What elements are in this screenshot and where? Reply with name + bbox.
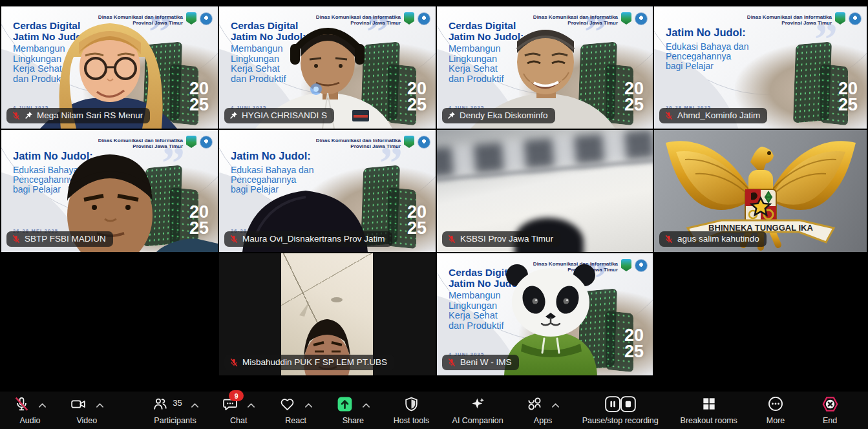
muted-mic-icon [664, 111, 673, 120]
pin-icon [447, 111, 456, 120]
participant-name-label: Beni W - IMS [442, 355, 519, 370]
chevron-up-icon[interactable] [551, 403, 560, 408]
muted-mic-icon [229, 235, 238, 244]
toolbar-button-label: Participants [154, 416, 196, 425]
muted-mic-icon [664, 235, 673, 244]
participant-name: SBTP FSBI MADIUN [25, 234, 106, 244]
toolbar-button-host-tools[interactable]: Host tools [390, 394, 432, 426]
toolbar-button-label: More [767, 416, 785, 425]
poster-subtitle: Edukasi Bahaya danPencegahannyabagi Pela… [666, 42, 748, 71]
toolbar-button-video[interactable]: Video [67, 394, 107, 426]
zoom-meeting-window: ”Cerdas DigitalJatim No Judol:MembangunL… [0, 0, 868, 429]
shield-icon [403, 396, 419, 415]
pin-icon [25, 111, 33, 120]
toolbar-icon-row [604, 395, 637, 415]
toolbar-button-label: End [823, 416, 837, 425]
participant-name: Mega Nilam Sari RS Menur [37, 110, 143, 120]
chevron-up-icon[interactable] [362, 403, 370, 408]
toolbar-button-label: Chat [230, 416, 247, 425]
toolbar-icon-row [469, 395, 487, 415]
participants-count: 35 [173, 398, 182, 408]
toolbar-icon-row [14, 395, 47, 415]
toolbar-button-end[interactable]: End [811, 394, 849, 426]
people-icon [151, 396, 168, 415]
toolbar-icon-row [701, 395, 717, 415]
poster-header-text: Dinas Komunikasi dan InformatikaProvinsi… [747, 12, 832, 26]
heart-icon [279, 396, 296, 415]
toolbar-button-breakout[interactable]: Breakout rooms [677, 394, 740, 426]
toolbar-icon-row [70, 395, 104, 415]
pause-stop-icon [604, 395, 637, 415]
video-tile[interactable]: KSBSI Prov Jawa Timur [437, 130, 653, 252]
video-tile[interactable]: Misbahuddin PUK F SP LEM PT.UBS [219, 253, 436, 375]
toolbar-button-recording[interactable]: Pause/stop recording [580, 394, 661, 426]
toolbar-button-chat[interactable]: 9Chat [218, 394, 259, 426]
participant-name: agus salim kahutindo [677, 234, 759, 244]
chevron-up-icon[interactable] [96, 403, 104, 408]
toolbar-button-ai-companion[interactable]: AI Companion [449, 394, 506, 426]
video-tile[interactable]: ”Cerdas DigitalJatim No Judol:MembangunL… [437, 6, 653, 129]
end-call-icon [821, 395, 840, 415]
toolbar-button-label: Audio [19, 416, 40, 425]
poster-year: 2025 [838, 81, 858, 113]
poster-subtitle-line: bagi Pelajar [666, 61, 748, 71]
mic-muted-icon [14, 396, 30, 415]
toolbar-icon-row [526, 395, 560, 415]
participant-name-label: Maura Ovi_Disnakertrans Prov Jatim [224, 231, 392, 247]
toolbar-icon-row [279, 395, 313, 415]
toolbar-button-react[interactable]: React [275, 394, 316, 426]
toolbar-button-share[interactable]: Share [333, 394, 374, 426]
chevron-up-icon[interactable] [191, 403, 199, 408]
meeting-toolbar: AudioVideo35Participants9ChatReactShareH… [0, 392, 868, 429]
chevron-up-icon[interactable] [304, 403, 313, 408]
participant-name: Maura Ovi_Disnakertrans Prov Jatim [242, 234, 385, 244]
muted-mic-icon [12, 111, 21, 120]
toolbar-button-audio[interactable]: Audio [10, 394, 50, 426]
participant-name-label: SBTP FSBI MADIUN [6, 231, 113, 247]
participant-name-label: agus salim kahutindo [659, 231, 767, 247]
poster-header: Dinas Komunikasi dan InformatikaProvinsi… [747, 12, 862, 26]
participant-name: Ahmd_Kominfo Jatim [677, 110, 760, 120]
video-tile[interactable]: ”Cerdas DigitalJatim No Judol:MembangunL… [1, 6, 218, 129]
poster-subtitle-line: Pencegahannya [666, 52, 748, 61]
participant-name-label: Misbahuddin PUK F SP LEM PT.UBS [224, 355, 394, 370]
video-tile[interactable]: ”Cerdas DigitalJatim No Judol:MembangunL… [219, 6, 436, 129]
participant-name-label: Mega Nilam Sari RS Menur [6, 108, 150, 123]
east-java-crest-logo [835, 12, 845, 25]
poster-title-line: Jatim No Judol: [666, 27, 746, 39]
muted-mic-icon [447, 358, 456, 367]
poster-subtitle-line: Edukasi Bahaya dan [666, 42, 748, 52]
toolbar-button-label: React [285, 416, 306, 425]
grid-icon [701, 395, 717, 415]
toolbar-icon-row [767, 395, 784, 415]
chevron-up-icon[interactable] [38, 403, 47, 408]
quote-mark-graphic: ” [814, 26, 835, 54]
toolbar-button-label: Pause/stop recording [582, 416, 659, 425]
video-tile[interactable]: ”Jatim No Judol:Edukasi Bahaya danPenceg… [654, 6, 867, 129]
participant-name-label: HYGIA CHRISANDI S [224, 108, 334, 123]
poster-header-line: Dinas Komunikasi dan Informatika [747, 14, 832, 20]
participant-name-label: KSBSI Prov Jawa Timur [442, 231, 560, 247]
chat-unread-badge: 9 [229, 390, 244, 401]
video-tile[interactable]: ”Cerdas DigitalJatim No Judol:MembangunL… [437, 253, 653, 375]
video-tile[interactable]: ”Jatim No Judol:Edukasi Bahaya danPenceg… [1, 130, 218, 252]
muted-mic-icon [447, 235, 456, 244]
toolbar-button-more[interactable]: More [757, 394, 794, 426]
share-screen-icon [336, 395, 354, 415]
toolbar-button-label: Video [76, 416, 97, 425]
participant-name: Dendy Eka Diskominfo [460, 110, 548, 120]
toolbar-button-label: Host tools [394, 416, 430, 425]
participant-name: Beni W - IMS [460, 357, 512, 367]
kominfo-jatim-logo [849, 12, 862, 25]
pin-icon [229, 111, 238, 120]
camera-icon [70, 396, 87, 415]
toolbar-button-label: Apps [534, 416, 553, 425]
toolbar-button-apps[interactable]: Apps [523, 394, 563, 426]
participant-name-label: Dendy Eka Diskominfo [442, 108, 555, 123]
chevron-up-icon[interactable] [247, 403, 255, 408]
participant-name: HYGIA CHRISANDI S [242, 110, 327, 120]
toolbar-icon-row [403, 395, 419, 415]
toolbar-button-participants[interactable]: 35Participants [149, 394, 202, 426]
video-tile[interactable]: ”Jatim No Judol:Edukasi Bahaya danPenceg… [219, 130, 436, 252]
video-tile[interactable]: BHINNEKA TUNGGAL IKAagus salim kahutindo [654, 130, 867, 252]
